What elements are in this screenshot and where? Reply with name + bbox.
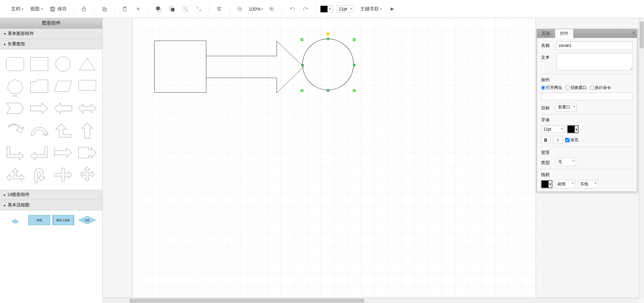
canvas-arrow[interactable] <box>206 41 304 93</box>
shape-arrow-right[interactable] <box>28 98 50 118</box>
border-color-picker[interactable]: ▾ <box>541 180 552 188</box>
scrollbar-thumb[interactable] <box>640 21 644 48</box>
panel-close-button[interactable]: x <box>633 30 635 35</box>
shape-u-turn[interactable] <box>28 165 50 185</box>
canvas-circle-selected[interactable] <box>302 38 354 91</box>
checkbox-input[interactable] <box>565 138 570 142</box>
section-flowchart[interactable]: ▸基本流程图 <box>0 200 102 210</box>
delete-button[interactable]: ✕ <box>132 4 144 14</box>
ungroup-button[interactable] <box>193 4 205 14</box>
connection-point-e[interactable] <box>353 64 356 66</box>
zoom-in-button[interactable] <box>266 4 278 14</box>
shape-arrow-4way[interactable] <box>76 165 98 185</box>
radio-exec-cmd[interactable]: 执行命令 <box>590 85 611 91</box>
resize-handle-sw[interactable] <box>301 89 303 92</box>
horizontal-scrollbar[interactable] <box>103 298 639 303</box>
canvas-page[interactable] <box>133 18 535 303</box>
menu-view[interactable]: 视图 ▾ <box>28 5 45 13</box>
radio-input[interactable] <box>541 86 545 90</box>
play-icon <box>389 6 395 12</box>
flow-start[interactable] <box>4 215 26 225</box>
flow-process[interactable]: 流程 <box>28 215 50 225</box>
shape-heptagon[interactable]: box <box>4 76 26 96</box>
target-select[interactable]: 新窗口 <box>556 103 577 111</box>
shape-parallelogram[interactable] <box>52 76 74 96</box>
bold-button[interactable]: B <box>541 136 550 144</box>
zoom-out-button[interactable] <box>234 4 246 14</box>
separator <box>316 5 316 13</box>
radio-input[interactable] <box>566 86 570 90</box>
undo-button[interactable] <box>286 4 298 14</box>
action-url-input[interactable] <box>541 93 633 100</box>
prop-name-input[interactable] <box>556 41 633 50</box>
font-color-picker[interactable]: ▾ <box>567 125 579 133</box>
flow-label: 判定 <box>85 219 90 221</box>
save-button[interactable]: 保存 <box>47 4 69 14</box>
paste-button[interactable] <box>119 4 131 14</box>
connection-point-w[interactable] <box>301 64 304 66</box>
connection-point-n[interactable] <box>327 38 329 40</box>
radio-switch-window[interactable]: 切换窗口 <box>566 85 587 91</box>
font-size-select[interactable]: 11pt▾ <box>336 5 354 12</box>
group-button[interactable] <box>179 4 192 14</box>
tab-widget[interactable]: 控件 <box>555 29 573 38</box>
shape-curve-arc[interactable] <box>28 120 50 141</box>
stroke-style-select[interactable]: 实线 <box>578 180 598 188</box>
tab-page[interactable]: 页面 <box>537 29 555 38</box>
shape-arrow-up-left[interactable] <box>52 120 74 141</box>
resize-handle-nw[interactable] <box>301 38 303 41</box>
send-back-button[interactable] <box>166 4 178 14</box>
radio-input[interactable] <box>590 86 594 90</box>
canvas[interactable]: 页面 控件 x 名称 文本 操作 打开网址 切换窗口 执行命令 <box>103 18 644 303</box>
shape-arrow-up[interactable] <box>76 120 98 141</box>
resize-handle-se[interactable] <box>353 89 356 92</box>
scrollbar-thumb[interactable] <box>129 299 364 303</box>
radio-open-url[interactable]: 打开网址 <box>541 85 562 91</box>
vertical-scrollbar[interactable] <box>639 18 644 298</box>
play-button[interactable] <box>386 4 398 14</box>
flow-decision[interactable]: 判定 <box>76 215 98 225</box>
menu-document[interactable]: 文档 ▾ <box>8 5 26 13</box>
shape-l-arrow-left[interactable] <box>28 143 50 163</box>
menu-document-label: 文档 <box>11 6 20 12</box>
shape-chevron[interactable] <box>4 98 26 118</box>
font-color-picker[interactable]: ▾ <box>320 5 332 13</box>
shape-rounded-rect[interactable] <box>4 54 26 74</box>
shape-triangle[interactable] <box>76 54 98 74</box>
shape-rounded-rect2[interactable] <box>76 76 98 96</box>
section-ui-shapes[interactable]: ▸UI图形组件 <box>0 190 102 200</box>
redo-button[interactable] <box>300 4 312 14</box>
shape-rect[interactable] <box>28 54 50 74</box>
copy-button[interactable] <box>98 4 110 14</box>
section-vector-shapes[interactable]: ▸矢量图形 <box>0 39 102 49</box>
shape-arrow-both[interactable] <box>76 98 98 118</box>
shape-arrow-left[interactable] <box>52 98 74 118</box>
pk-relation-button[interactable]: 主键关联 ▾ <box>358 5 385 13</box>
zoom-display[interactable]: 100%▾ <box>247 6 264 12</box>
shape-l-arrow-right[interactable] <box>4 143 26 163</box>
unlock-button[interactable] <box>78 4 90 14</box>
shape-folder[interactable] <box>28 76 50 96</box>
connection-point-s[interactable] <box>327 89 329 92</box>
shape-arrow-bar-right[interactable] <box>52 143 74 163</box>
fill-checkbox[interactable]: 填充 <box>565 137 578 143</box>
resize-handle-ne[interactable] <box>353 38 356 41</box>
italic-button[interactable]: I <box>553 136 562 144</box>
zoom-value: 100% <box>249 6 261 12</box>
shape-curve-down[interactable] <box>4 120 26 141</box>
shape-arrow-3way-up[interactable] <box>4 165 26 185</box>
stroke-width-select[interactable]: 超细 <box>555 180 575 188</box>
align-button[interactable] <box>213 4 225 14</box>
section-basic-shapes[interactable]: ▾基本图形组件 <box>0 29 102 39</box>
bring-front-button[interactable] <box>153 4 165 14</box>
bg-type-select[interactable]: 无 <box>556 158 576 166</box>
svg-rect-2 <box>123 7 126 11</box>
shape-arrow-box[interactable] <box>76 143 98 163</box>
shape-t-arrow[interactable] <box>52 165 74 185</box>
font-size-select[interactable]: 11pt <box>541 125 565 133</box>
shape-circle[interactable] <box>52 54 74 74</box>
rotation-handle[interactable] <box>326 32 330 36</box>
canvas-rectangle[interactable] <box>154 41 206 93</box>
flow-predefined[interactable]: 预定义流程 <box>52 215 74 225</box>
prop-text-input[interactable] <box>556 53 633 70</box>
